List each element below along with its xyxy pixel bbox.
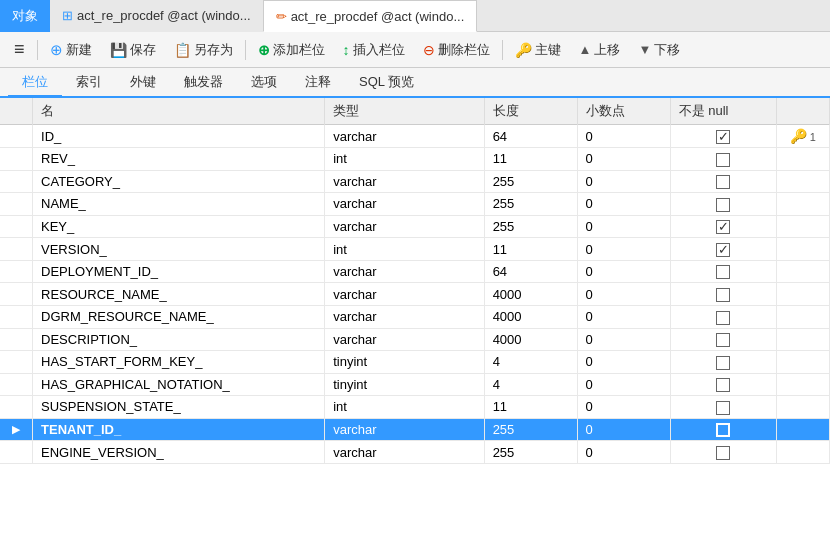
menu-button[interactable]: ≡ [6, 36, 33, 63]
movedown-button[interactable]: ▼ 下移 [630, 38, 688, 62]
field-notnull[interactable]: ✓ [670, 125, 776, 148]
new-button[interactable]: ⊕ 新建 [42, 38, 100, 62]
table-row[interactable]: HAS_GRAPHICAL_NOTATION_tinyint40 [0, 373, 830, 396]
field-extra [776, 373, 829, 396]
field-length: 4 [484, 351, 577, 374]
field-notnull[interactable] [670, 441, 776, 464]
table-row[interactable]: DESCRIPTION_varchar40000 [0, 328, 830, 351]
field-notnull[interactable] [670, 396, 776, 419]
field-notnull[interactable] [670, 373, 776, 396]
deletecol-button[interactable]: ⊖ 删除栏位 [415, 38, 498, 62]
table-row[interactable]: ID_varchar640✓🔑 1 [0, 125, 830, 148]
row-indicator [0, 260, 33, 283]
tab-triggers[interactable]: 触发器 [170, 69, 237, 95]
addcol-icon: ⊕ [258, 42, 270, 58]
col-header-type: 类型 [325, 98, 484, 125]
table-row[interactable]: DGRM_RESOURCE_NAME_varchar40000 [0, 305, 830, 328]
field-name: CATEGORY_ [33, 170, 325, 193]
field-notnull[interactable]: ✓ [670, 238, 776, 261]
field-decimal: 0 [577, 328, 670, 351]
row-indicator [0, 170, 33, 193]
insertcol-button[interactable]: ↕ 插入栏位 [335, 38, 413, 62]
field-extra [776, 193, 829, 216]
field-decimal: 0 [577, 373, 670, 396]
tab-options[interactable]: 选项 [237, 69, 291, 95]
field-length: 4000 [484, 328, 577, 351]
row-indicator [0, 283, 33, 306]
field-type: varchar [325, 418, 484, 441]
row-indicator: ▶ [0, 418, 33, 441]
field-notnull[interactable] [670, 418, 776, 441]
tab-sqlpreview[interactable]: SQL 预览 [345, 69, 428, 95]
field-length: 255 [484, 418, 577, 441]
field-extra [776, 215, 829, 238]
tab-fields[interactable]: 栏位 [8, 69, 62, 97]
field-decimal: 0 [577, 305, 670, 328]
addcol-button[interactable]: ⊕ 添加栏位 [250, 38, 333, 62]
table-row[interactable]: CATEGORY_varchar2550 [0, 170, 830, 193]
field-decimal: 0 [577, 148, 670, 171]
tab-objects[interactable]: 对象 [0, 0, 50, 32]
table-row[interactable]: KEY_varchar2550✓ [0, 215, 830, 238]
table-row[interactable]: SUSPENSION_STATE_int110 [0, 396, 830, 419]
table-row[interactable]: HAS_START_FORM_KEY_tinyint40 [0, 351, 830, 374]
tab-indexes[interactable]: 索引 [62, 69, 116, 95]
moveup-button[interactable]: ▲ 上移 [571, 38, 629, 62]
tab-table-view[interactable]: ⊞ act_re_procdef @act (windo... [50, 0, 263, 32]
table-row[interactable]: DEPLOYMENT_ID_varchar640 [0, 260, 830, 283]
field-notnull[interactable] [670, 351, 776, 374]
field-decimal: 0 [577, 215, 670, 238]
field-notnull[interactable] [670, 170, 776, 193]
row-indicator [0, 305, 33, 328]
table-row[interactable]: NAME_varchar2550 [0, 193, 830, 216]
field-type: varchar [325, 215, 484, 238]
tab-foreignkeys[interactable]: 外键 [116, 69, 170, 95]
save-button[interactable]: 💾 保存 [102, 38, 164, 62]
field-name: DESCRIPTION_ [33, 328, 325, 351]
sub-tabs: 栏位 索引 外键 触发器 选项 注释 SQL 预览 [0, 68, 830, 98]
field-notnull[interactable] [670, 260, 776, 283]
field-name: REV_ [33, 148, 325, 171]
sep1 [37, 40, 38, 60]
field-decimal: 0 [577, 193, 670, 216]
field-notnull[interactable] [670, 328, 776, 351]
field-length: 4 [484, 373, 577, 396]
table-row[interactable]: VERSION_int110✓ [0, 238, 830, 261]
field-length: 11 [484, 396, 577, 419]
field-name: TENANT_ID_ [33, 418, 325, 441]
field-decimal: 0 [577, 441, 670, 464]
table-row[interactable]: RESOURCE_NAME_varchar40000 [0, 283, 830, 306]
down-arrow-icon: ▼ [638, 42, 651, 57]
field-type: tinyint [325, 351, 484, 374]
save-icon: 💾 [110, 42, 127, 58]
tab-table-edit[interactable]: ✏ act_re_procdef @act (windo... [263, 0, 478, 32]
field-notnull[interactable] [670, 305, 776, 328]
field-notnull[interactable] [670, 148, 776, 171]
primarykey-button[interactable]: 🔑 主键 [507, 38, 569, 62]
field-length: 255 [484, 441, 577, 464]
tab-comments[interactable]: 注释 [291, 69, 345, 95]
field-name: ENGINE_VERSION_ [33, 441, 325, 464]
field-length: 64 [484, 125, 577, 148]
objects-icon: 对象 [12, 7, 38, 25]
field-name: RESOURCE_NAME_ [33, 283, 325, 306]
col-header-name: 名 [33, 98, 325, 125]
tab-table-label: act_re_procdef @act (windo... [77, 8, 251, 23]
field-type: varchar [325, 283, 484, 306]
field-name: DGRM_RESOURCE_NAME_ [33, 305, 325, 328]
field-notnull[interactable]: ✓ [670, 215, 776, 238]
field-extra [776, 170, 829, 193]
field-name: ID_ [33, 125, 325, 148]
row-indicator [0, 328, 33, 351]
table-row[interactable]: ▶TENANT_ID_varchar2550 [0, 418, 830, 441]
col-header-length: 长度 [484, 98, 577, 125]
table-row[interactable]: ENGINE_VERSION_varchar2550 [0, 441, 830, 464]
field-type: varchar [325, 441, 484, 464]
row-indicator [0, 373, 33, 396]
saveas-button[interactable]: 📋 另存为 [166, 38, 241, 62]
table-row[interactable]: REV_int110 [0, 148, 830, 171]
field-notnull[interactable] [670, 193, 776, 216]
field-type: varchar [325, 170, 484, 193]
field-notnull[interactable] [670, 283, 776, 306]
row-indicator [0, 125, 33, 148]
